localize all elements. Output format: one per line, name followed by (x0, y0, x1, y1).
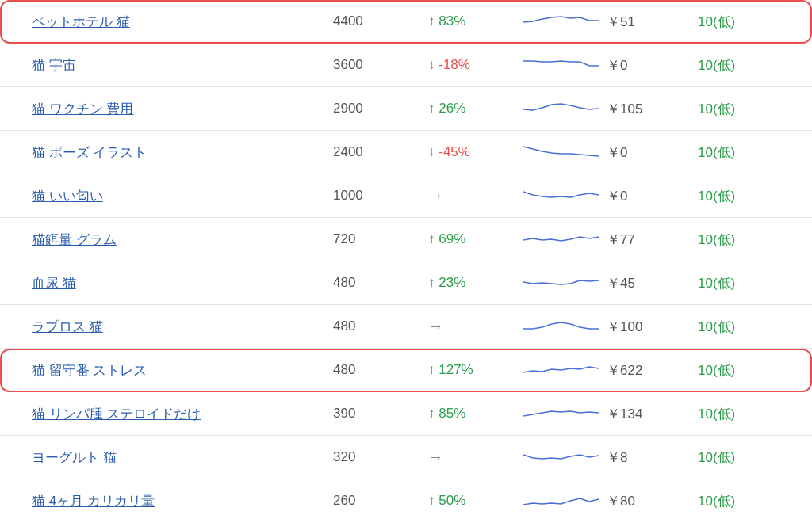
cpc-cell: ￥105 (607, 100, 698, 118)
competition-cell: 10(低) (698, 143, 785, 162)
table-row: 猫 リンパ腫 ステロイドだけ390↑ 85%￥13410(低) (0, 392, 812, 436)
table-row: 猫餌量 グラム720↑ 69%￥7710(低) (0, 218, 812, 261)
keyword-link[interactable]: ラプロス 猫 (32, 319, 103, 334)
sparkline-cell (523, 403, 607, 424)
sparkline-chart (523, 55, 599, 75)
table-row: 猫 留守番 ストレス480↑ 127%￥62210(低) (0, 349, 812, 392)
keyword-link[interactable]: 猫 4ヶ月 カリカリ量 (32, 494, 155, 509)
competition-cell: 10(低) (698, 13, 785, 31)
cpc-cell: ￥8 (607, 448, 698, 467)
keyword-link[interactable]: 猫 ポーズ イラスト (32, 145, 147, 160)
sparkline-cell (523, 142, 607, 162)
cpc-cell: ￥0 (607, 56, 698, 74)
sparkline-chart (523, 142, 599, 162)
change-cell: ↑ 23% (428, 275, 523, 291)
volume-cell: 480 (333, 362, 428, 378)
change-cell: ↑ 50% (428, 493, 523, 509)
competition-cell: 10(低) (698, 318, 785, 336)
cpc-cell: ￥622 (607, 361, 698, 380)
competition-cell: 10(低) (698, 187, 785, 205)
change-cell: ↓ -18% (428, 57, 523, 73)
competition-cell: 10(低) (698, 405, 785, 423)
keyword-cell: 猫 留守番 ストレス (0, 361, 333, 380)
keyword-link[interactable]: 猫 いい匂い (32, 189, 103, 204)
cpc-cell: ￥45 (607, 274, 698, 292)
keyword-cell: 猫餌量 グラム (0, 231, 333, 249)
sparkline-chart (523, 185, 599, 206)
keyword-link[interactable]: 猫 リンパ腫 ステロイドだけ (32, 406, 201, 422)
cpc-cell: ￥77 (607, 231, 698, 249)
cpc-cell: ￥51 (607, 13, 698, 31)
cpc-cell: ￥0 (607, 143, 698, 162)
keyword-cell: 猫 いい匂い (0, 187, 333, 205)
cpc-cell: ￥80 (607, 492, 698, 510)
sparkline-cell (523, 55, 607, 75)
keyword-link[interactable]: 猫 宇宙 (32, 58, 76, 73)
volume-cell: 3600 (333, 57, 428, 73)
cpc-cell: ￥0 (607, 187, 698, 205)
keyword-cell: ペットホテル 猫 (0, 13, 333, 31)
sparkline-cell (523, 490, 607, 511)
table-row: 血尿 猫480↑ 23%￥4510(低) (0, 261, 812, 305)
keyword-link[interactable]: 猫 留守番 ストレス (32, 363, 147, 378)
volume-cell: 480 (333, 319, 428, 334)
volume-cell: 720 (333, 231, 428, 247)
change-cell: ↑ 26% (428, 101, 523, 116)
sparkline-chart (523, 490, 599, 511)
keyword-cell: 猫 宇宙 (0, 56, 333, 74)
change-cell: → (428, 187, 523, 204)
keyword-cell: ラプロス 猫 (0, 318, 333, 336)
table-row: 猫 4ヶ月 カリカリ量260↑ 50%￥8010(低) (0, 479, 812, 515)
competition-cell: 10(低) (698, 492, 785, 510)
keyword-cell: 猫 ポーズ イラスト (0, 143, 333, 162)
volume-cell: 480 (333, 275, 428, 291)
sparkline-cell (523, 185, 607, 206)
keyword-link[interactable]: 猫 ワクチン 費用 (32, 101, 133, 116)
sparkline-chart (523, 98, 599, 119)
cpc-cell: ￥134 (607, 405, 698, 423)
keyword-cell: 猫 ワクチン 費用 (0, 100, 333, 118)
sparkline-chart (523, 403, 599, 424)
sparkline-cell (523, 11, 607, 32)
sparkline-chart (523, 447, 599, 467)
change-cell: → (428, 318, 523, 335)
sparkline-chart (523, 229, 599, 250)
sparkline-cell (523, 98, 607, 119)
keyword-cell: 猫 リンパ腫 ステロイドだけ (0, 405, 333, 423)
table-row: 猫 宇宙3600↓ -18%￥010(低) (0, 44, 812, 87)
volume-cell: 390 (333, 406, 428, 422)
competition-cell: 10(低) (698, 231, 785, 249)
keyword-link[interactable]: ヨーグルト 猫 (32, 450, 117, 465)
table-row: ラプロス 猫480→￥10010(低) (0, 305, 812, 349)
change-cell: ↓ -45% (428, 144, 523, 160)
change-cell: ↑ 85% (428, 406, 523, 422)
cpc-cell: ￥100 (607, 318, 698, 336)
volume-cell: 4400 (333, 13, 428, 29)
change-cell: ↑ 127% (428, 362, 523, 378)
volume-cell: 2400 (333, 144, 428, 160)
sparkline-cell (523, 316, 607, 337)
volume-cell: 1000 (333, 188, 428, 204)
competition-cell: 10(低) (698, 361, 785, 380)
sparkline-cell (523, 273, 607, 293)
competition-cell: 10(低) (698, 56, 785, 74)
table-row: ペットホテル 猫4400↑ 83%￥5110(低) (0, 0, 812, 44)
sparkline-chart (523, 273, 599, 293)
keyword-table: ペットホテル 猫4400↑ 83%￥5110(低)猫 宇宙3600↓ -18%￥… (0, 0, 812, 515)
sparkline-cell (523, 229, 607, 250)
change-cell: ↑ 83% (428, 13, 523, 29)
competition-cell: 10(低) (698, 100, 785, 118)
keyword-cell: 血尿 猫 (0, 274, 333, 292)
sparkline-cell (523, 360, 607, 380)
table-row: 猫 ワクチン 費用2900↑ 26%￥10510(低) (0, 87, 812, 131)
sparkline-cell (523, 447, 607, 467)
sparkline-chart (523, 11, 599, 32)
keyword-link[interactable]: 猫餌量 グラム (32, 232, 117, 247)
keyword-cell: 猫 4ヶ月 カリカリ量 (0, 492, 333, 510)
table-row: ヨーグルト 猫320→￥810(低) (0, 436, 812, 479)
keyword-link[interactable]: 血尿 猫 (32, 276, 76, 291)
keyword-link[interactable]: ペットホテル 猫 (32, 14, 130, 29)
competition-cell: 10(低) (698, 448, 785, 467)
sparkline-chart (523, 360, 599, 380)
volume-cell: 2900 (333, 101, 428, 116)
